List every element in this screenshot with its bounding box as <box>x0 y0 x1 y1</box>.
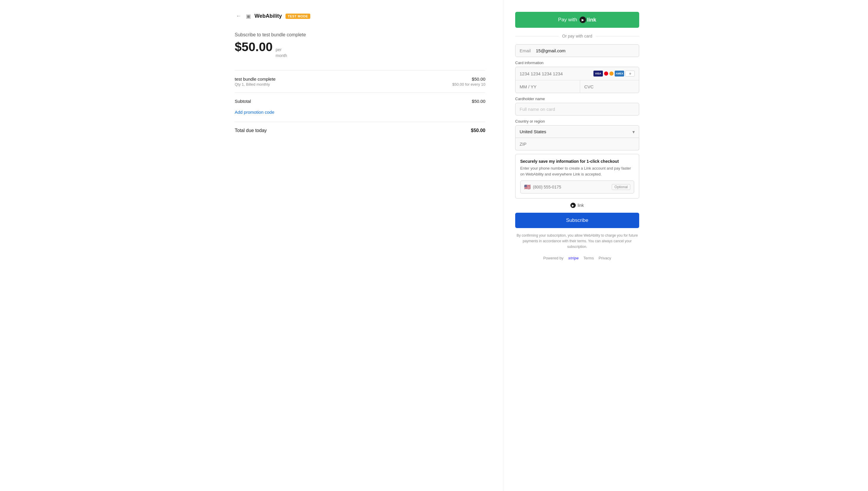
flag-icon: 🇺🇸 <box>524 184 531 190</box>
country-label: Country or region <box>515 119 639 123</box>
phone-input-wrapper[interactable]: 🇺🇸 Optional <box>520 180 634 194</box>
link-small-icon: ▶ <box>570 203 576 208</box>
or-divider: Or pay with card <box>515 34 639 38</box>
privacy-link[interactable]: Privacy <box>598 256 611 260</box>
footer-links: Powered by stripe Terms Privacy <box>515 256 639 260</box>
link-logo: ▶ link <box>580 17 596 23</box>
total-row: Total due today $50.00 <box>235 128 485 133</box>
cardholder-group: Cardholder name <box>515 96 639 116</box>
subtotal-amount: $50.00 <box>472 99 485 104</box>
link-footer-text: link <box>578 203 584 208</box>
link-brand-text: link <box>587 17 596 23</box>
add-promo-link[interactable]: Add promotion code <box>235 110 274 115</box>
subscribe-button[interactable]: Subscribe <box>515 213 639 228</box>
card-expiry-input[interactable] <box>516 80 580 93</box>
email-input-wrapper[interactable]: Email 15@gmail.com <box>515 44 639 57</box>
save-info-desc: Enter your phone number to create a Link… <box>520 166 634 177</box>
line-item-price: $50.00 <box>452 77 485 82</box>
link-footer: ▶ link <box>515 203 639 208</box>
line-item-qty: Qty 1, Billed monthly <box>235 82 275 87</box>
terms-text: By confirming your subscription, you all… <box>515 233 639 250</box>
left-panel: ← ▣ WebAbility TEST MODE Subscribe to te… <box>217 0 503 491</box>
card-cvc-wrapper <box>580 80 639 93</box>
back-icon: ← <box>236 13 241 19</box>
pay-with-link-button[interactable]: Pay with ▶ link <box>515 12 639 28</box>
country-group: Country or region United States ▾ <box>515 119 639 150</box>
email-group: Email 15@gmail.com <box>515 44 639 57</box>
card-number-input[interactable] <box>520 71 593 76</box>
card-icons: VISA AMEX ⊙ <box>593 70 635 77</box>
price-amount: $50.00 <box>235 40 273 54</box>
country-select-wrapper: United States ▾ <box>515 125 639 138</box>
line-item-name: test bundle complete <box>235 77 275 82</box>
line-item-subprice: $50.00 for every 10 <box>452 82 485 87</box>
card-bottom-row <box>516 80 639 93</box>
total-label: Total due today <box>235 128 267 133</box>
divider-3 <box>235 122 485 122</box>
back-button[interactable]: ← <box>235 12 242 20</box>
save-info-title: Securely save my information for 1-click… <box>520 159 634 164</box>
card-info-label: Card information <box>515 61 639 65</box>
country-select[interactable]: United States <box>516 125 639 138</box>
price-row: $50.00 per month <box>235 40 485 58</box>
save-info-box: Securely save my information for 1-click… <box>515 154 639 199</box>
subtotal-label: Subtotal <box>235 99 251 104</box>
right-panel: Pay with ▶ link Or pay with card Email 1… <box>503 0 651 491</box>
cardholder-name-input[interactable] <box>515 103 639 116</box>
subscription-title: Subscribe to test bundle complete <box>235 32 485 37</box>
card-cvc-input[interactable] <box>584 84 639 89</box>
email-label: Email <box>520 48 533 53</box>
window-icon: ▣ <box>246 13 251 20</box>
line-item: test bundle complete Qty 1, Billed month… <box>235 77 485 87</box>
pay-with-text: Pay with <box>558 17 577 23</box>
card-number-row: VISA AMEX ⊙ <box>516 67 639 80</box>
cardholder-label: Cardholder name <box>515 96 639 101</box>
or-text: Or pay with card <box>562 34 592 38</box>
card-info-group: Card information VISA AMEX ⊙ <box>515 61 639 93</box>
terms-link[interactable]: Terms <box>583 256 594 260</box>
diners-icon: ⊙ <box>625 70 635 77</box>
test-mode-badge: TEST MODE <box>285 13 311 19</box>
header-bar: ← ▣ WebAbility TEST MODE <box>235 12 485 20</box>
stripe-logo: stripe <box>568 256 579 260</box>
subtotal-row: Subtotal $50.00 <box>235 99 485 104</box>
zip-input[interactable] <box>515 138 639 150</box>
email-value: 15@gmail.com <box>536 48 565 53</box>
price-period: per month <box>275 47 287 58</box>
brand-name: WebAbility <box>254 13 282 19</box>
phone-input[interactable] <box>533 185 612 190</box>
total-amount: $50.00 <box>471 128 485 133</box>
visa-icon: VISA <box>593 70 603 77</box>
mastercard-icon <box>604 70 614 77</box>
powered-by-text: Powered by <box>543 256 564 260</box>
optional-badge: Optional <box>612 184 630 190</box>
card-info-box: VISA AMEX ⊙ <box>515 67 639 93</box>
link-icon: ▶ <box>580 17 586 23</box>
divider-2 <box>235 92 485 93</box>
amex-icon: AMEX <box>615 70 624 77</box>
